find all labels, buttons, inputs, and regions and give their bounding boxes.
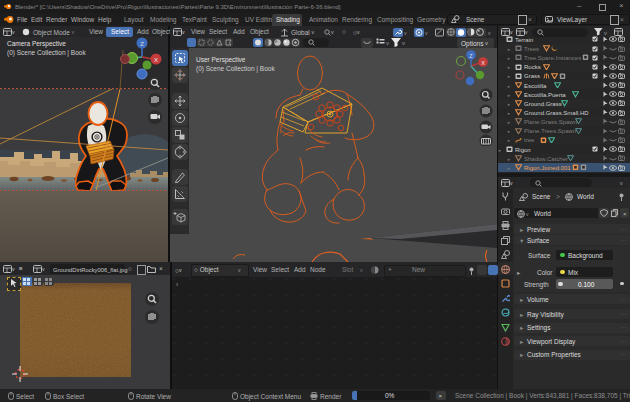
svg-text:v: v	[604, 30, 607, 36]
svg-text:v: v	[386, 40, 389, 46]
svg-text:X: X	[154, 57, 158, 63]
svg-text:v: v	[402, 40, 405, 46]
svg-text:X: X	[481, 60, 485, 66]
svg-text:Z: Z	[140, 41, 144, 47]
